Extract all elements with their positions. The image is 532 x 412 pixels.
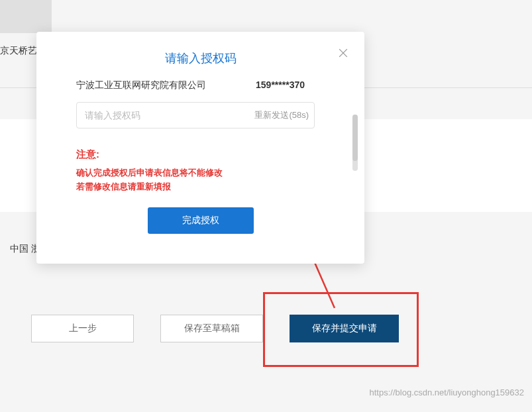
auth-code-modal: 请输入授权码 宁波工业互联网研究院有限公司 159*****370 重新发送(5… [36, 32, 364, 264]
warning-line-2: 若需修改信息请重新填报 [76, 180, 325, 194]
modal-title: 请输入授权码 [36, 32, 364, 79]
resend-button[interactable]: 重新发送(58s) [254, 102, 309, 129]
warning-title: 注意: [76, 148, 325, 161]
scrollbar-thumb[interactable] [352, 115, 358, 161]
save-draft-button[interactable]: 保存至草稿箱 [160, 315, 263, 342]
bg-location-text: 中国 浙 [10, 243, 40, 255]
prev-step-button[interactable]: 上一步 [31, 315, 134, 342]
bottom-action-bar: 上一步 保存至草稿箱 保存并提交申请 [31, 315, 399, 342]
company-name: 宁波工业互联网研究院有限公司 [76, 79, 206, 91]
watermark-text: https://blog.csdn.net/liuyonghong159632 [370, 387, 524, 397]
bg-text-partial: 京天桥艺 [0, 45, 37, 57]
bg-grey-block [0, 0, 52, 33]
close-icon[interactable] [337, 46, 350, 60]
save-submit-button[interactable]: 保存并提交申请 [290, 315, 399, 342]
auth-input-wrapper: 重新发送(58s) [76, 102, 325, 129]
masked-phone: 159*****370 [256, 79, 305, 91]
warning-line-1: 确认完成授权后申请表信息将不能修改 [76, 166, 325, 180]
warning-section: 注意: 确认完成授权后申请表信息将不能修改 若需修改信息请重新填报 [76, 148, 325, 194]
complete-auth-button[interactable]: 完成授权 [148, 207, 254, 234]
company-phone-row: 宁波工业互联网研究院有限公司 159*****370 [76, 79, 325, 91]
modal-body: 宁波工业互联网研究院有限公司 159*****370 重新发送(58s) 注意:… [36, 79, 364, 234]
scrollbar[interactable] [352, 115, 358, 171]
